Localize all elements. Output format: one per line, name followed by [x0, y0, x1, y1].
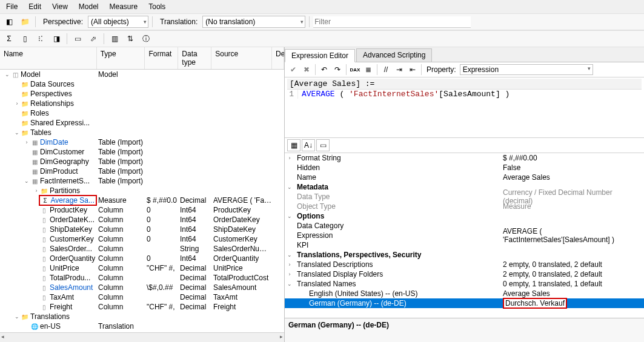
tree-row[interactable]: ›📁Partitions [0, 186, 284, 196]
tree-row[interactable]: 🌐en-USTranslation [0, 321, 284, 331]
prop-row[interactable]: ›Translated Descriptions2 empty, 0 trans… [285, 260, 644, 269]
property-dropdown[interactable]: Expression [460, 64, 593, 75]
hierarchy-icon[interactable]: ⁝⁚ [34, 32, 47, 45]
prop-category[interactable]: ⌄Translations, Perspectives, Security [285, 250, 644, 260]
tree-row[interactable]: ▯FreightColumn"CHF" #,DecimalFreight [0, 302, 284, 312]
menu-view[interactable]: View [52, 2, 68, 11]
filter-input[interactable] [313, 16, 471, 28]
tree-body[interactable]: ⌄◫ModelModel📁Data Sources📁Perspectives›📁… [0, 70, 284, 332]
prop-expander-icon[interactable]: › [285, 261, 294, 268]
prop-row[interactable]: Object TypeMeasure [285, 202, 644, 211]
folder2-icon[interactable]: ▭ [71, 32, 84, 45]
prop-row[interactable]: ›Format String$ #,##0.00 [285, 153, 644, 163]
tree-row[interactable]: ▯OrderDateK...Column0Int64OrderDateKey [0, 215, 284, 225]
prop-expander-icon[interactable]: ⌄ [285, 213, 294, 219]
undo-icon[interactable]: ↶ [318, 64, 330, 76]
tree-row[interactable]: 📁Perspectives [0, 89, 284, 99]
north-icon[interactable]: ⬀ [87, 32, 100, 45]
menu-measure[interactable]: Measure [110, 2, 138, 11]
comment-icon[interactable]: // [380, 64, 392, 76]
tree-row[interactable]: ▯CustomerKeyColumn0Int64CustomerKey [0, 234, 284, 244]
header-format[interactable]: Format [145, 47, 178, 69]
tree-row[interactable]: ▯UnitPriceColumn"CHF" #,DecimalUnitPrice [0, 263, 284, 273]
cols-icon[interactable]: ▥ [108, 32, 121, 45]
header-de[interactable]: De [272, 47, 284, 69]
expander-icon[interactable]: ⌄ [4, 71, 11, 77]
tree-row[interactable]: ▯TotalProdu...ColumnDecimalTotalProductC… [0, 273, 284, 283]
tree-row[interactable]: ›▦DimDateTable (Import) [0, 137, 284, 147]
perspective-dropdown[interactable]: (All objects) [88, 16, 148, 28]
tree-row[interactable]: ▦DimGeographyTable (Import) [0, 157, 284, 166]
categorized-icon[interactable]: ▦ [287, 139, 300, 151]
tree-row[interactable]: ›📁Relationships [0, 99, 284, 108]
code-editor[interactable]: [Average Sales] := 1 AVERAGE ( 'FactInte… [285, 77, 644, 138]
cube2-icon[interactable]: ◨ [50, 32, 63, 45]
tab-advanced-scripting[interactable]: Advanced Scripting [356, 48, 432, 62]
menu-tools[interactable]: Tools [148, 2, 165, 11]
prop-expander-icon[interactable]: › [285, 155, 294, 161]
header-type[interactable]: Type [97, 47, 145, 69]
cancel-icon[interactable]: ✖ [300, 64, 313, 76]
tree-row[interactable]: 📁Shared Expressi... [0, 118, 284, 128]
expander-icon[interactable]: › [33, 188, 40, 194]
open-icon[interactable]: 📁 [18, 15, 32, 28]
expander-icon[interactable]: ⌄ [23, 178, 30, 184]
dax-icon[interactable]: DAX [349, 64, 361, 76]
indent-icon[interactable]: ⇥ [393, 64, 405, 76]
tree-row[interactable]: ▯ShipDateKeyColumn0Int64ShipDateKey [0, 225, 284, 234]
tree-row[interactable]: ⌄◫ModelModel [0, 70, 284, 79]
accept-icon[interactable]: ✔ [287, 64, 299, 76]
menu-edit[interactable]: Edit [28, 2, 41, 11]
tree-row[interactable]: ▯OrderQuantityColumn0Int64OrderQuantity [0, 254, 284, 263]
property-grid[interactable]: ›Format String$ #,##0.00HiddenFalseNameA… [285, 153, 644, 318]
prop-row[interactable]: ExpressionAVERAGE ( 'FactInternetSales'[… [285, 231, 644, 240]
prop-expander-icon[interactable]: › [285, 271, 294, 277]
alphabetical-icon[interactable]: A↓ [302, 139, 315, 151]
translation-dropdown[interactable]: (No translation) [202, 16, 305, 28]
prop-row[interactable]: HiddenFalse [285, 163, 644, 173]
expander-icon[interactable]: › [13, 100, 21, 107]
outdent-icon[interactable]: ⇤ [407, 64, 419, 76]
horizontal-scrollbar[interactable] [0, 332, 284, 342]
prop-row[interactable]: ›Translated Display Folders2 empty, 0 tr… [285, 269, 644, 279]
tree-row[interactable]: ⌄📁Translations [0, 312, 284, 321]
expander-icon[interactable]: ⌄ [13, 314, 21, 320]
sort-icon[interactable]: ⇅ [124, 32, 137, 45]
tree-row[interactable]: ▯ProductKeyColumn0Int64ProductKey [0, 205, 284, 215]
tab-expression-editor[interactable]: Expression Editor [285, 49, 355, 62]
expander-icon[interactable]: › [23, 139, 30, 145]
tree-row[interactable]: ▯TaxAmtColumnDecimalTaxAmt [0, 292, 284, 302]
tree-row[interactable]: ⌄📁Tables [0, 128, 284, 137]
prop-value-editbox[interactable]: Durchsch. Verkauf [503, 298, 567, 309]
prop-value[interactable]: Durchsch. Verkauf [500, 298, 644, 309]
header-name[interactable]: Name [0, 47, 97, 69]
prop-expander-icon[interactable]: ⌄ [285, 252, 294, 258]
prop-row[interactable]: German (Germany) -- (de-DE)Durchsch. Ver… [285, 298, 644, 308]
format-icon[interactable]: ≣ [362, 64, 374, 76]
propgrid-extra-icon[interactable]: ▭ [316, 139, 330, 151]
prop-expander-icon[interactable]: ⌄ [285, 184, 294, 190]
tree-row[interactable]: ▦DimCustomerTable (Import) [0, 147, 284, 157]
tree-row[interactable]: 📁Data Sources [0, 79, 284, 89]
cube-icon[interactable]: ◧ [2, 15, 16, 28]
menu-file[interactable]: File [6, 2, 18, 11]
redo-icon[interactable]: ↷ [331, 64, 344, 76]
prop-category[interactable]: ⌄Options [285, 211, 644, 221]
header-datatype[interactable]: Data type [178, 47, 211, 69]
prop-row[interactable]: Data TypeCurrency / Fixed Decimal Number… [285, 192, 644, 202]
tree-row[interactable]: ⌄▦FactInternetS...Table (Import) [0, 176, 284, 186]
tree-row[interactable]: ▯SalesAmountColumn\$#,0.##DecimalSalesAm… [0, 283, 284, 292]
info-icon[interactable]: ⓘ [139, 32, 153, 45]
sigma-icon[interactable]: Σ [2, 32, 16, 45]
prop-row[interactable]: ⌄Translated Names0 empty, 1 translated, … [285, 279, 644, 289]
prop-row[interactable]: NameAverage Sales [285, 173, 644, 182]
header-source[interactable]: Source [211, 47, 272, 69]
tree-row[interactable]: ▦DimProductTable (Import) [0, 166, 284, 176]
tree-row[interactable]: ΣAverage Sa...Measure$ #,##0.0DecimalAVE… [0, 196, 284, 205]
menu-model[interactable]: Model [79, 2, 99, 11]
column-icon[interactable]: ▯ [18, 32, 32, 45]
expander-icon[interactable]: ⌄ [13, 130, 21, 136]
tree-row[interactable]: 📁Roles [0, 108, 284, 118]
prop-expander-icon[interactable]: ⌄ [285, 281, 294, 287]
prop-row[interactable]: English (United States) -- (en-US)Averag… [285, 289, 644, 298]
